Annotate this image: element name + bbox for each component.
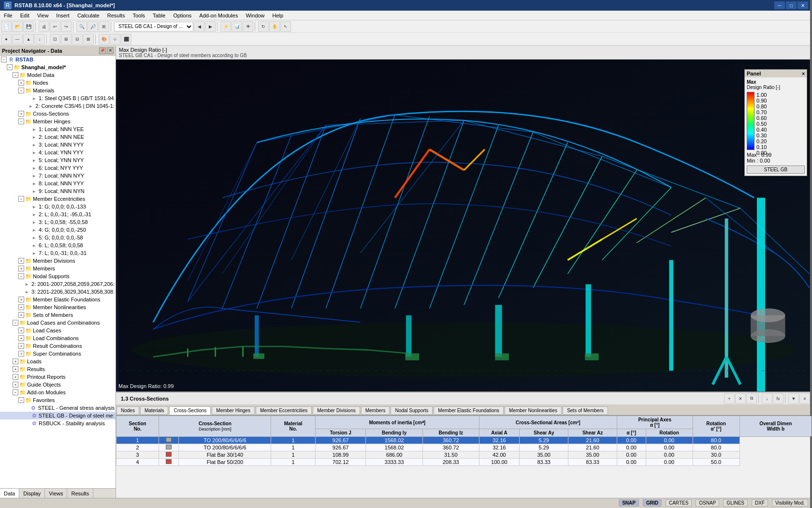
tree-item-nodal-sup[interactable]: −📁Nodal Supports	[0, 272, 116, 280]
open-file-icon[interactable]: 📂	[12, 21, 23, 32]
table-row[interactable]: 1TO 200/80/6/6/6/61926.671568.02360.7232…	[116, 437, 812, 444]
tree-item-member-hinges[interactable]: −📁Member Hinges	[0, 118, 116, 125]
tree-expand-shanghai[interactable]: −	[7, 64, 13, 70]
tree-item-guide-obj[interactable]: +📁Guide Objects	[0, 381, 116, 388]
nav-tab-views[interactable]: Views	[45, 489, 67, 498]
tree-item-shanghai[interactable]: −📁Shanghai_model*	[0, 63, 116, 71]
tree-item-rsbuck[interactable]: ⚙RSBUCK - Stability analysis	[0, 419, 116, 427]
tree-expand-results[interactable]: +	[13, 366, 18, 372]
tree-item-hinge3[interactable]: ▸3: Local; NNN YYY	[0, 141, 116, 149]
tool4-icon[interactable]: ⊠	[83, 34, 94, 45]
tree-item-mat1[interactable]: ▸1: Steel Q345 B | GB/T 1591-94	[0, 94, 116, 102]
tree-expand-loads[interactable]: +	[13, 359, 18, 364]
bottom-tab-cross-sections[interactable]: Cross-Sections	[169, 406, 211, 415]
tree-item-ecc2[interactable]: ▸2: L; 0,0,-31; -95,0,-31	[0, 210, 116, 218]
tree-item-hinge1[interactable]: ▸1: Local; NNN YEE	[0, 125, 116, 133]
status-item-dxf[interactable]: DXF	[752, 499, 768, 507]
bottom-tab-member-elastic-foundations[interactable]: Member Elastic Foundations	[434, 406, 504, 415]
tool3-icon[interactable]: ⊟	[72, 34, 83, 45]
tree-expand-super-comb[interactable]: +	[18, 351, 24, 357]
status-item-visibility-mod.[interactable]: Visibility Mod.	[772, 499, 808, 507]
bottom-tab-nodal-supports[interactable]: Nodal Supports	[391, 406, 433, 415]
tree-expand-materials[interactable]: −	[18, 88, 24, 93]
maximize-button[interactable]: □	[786, 1, 797, 9]
tree-item-results[interactable]: +📁Results	[0, 365, 116, 373]
tree-item-load-comb[interactable]: +📁Load Combinations	[0, 334, 116, 342]
tree-item-hinge7[interactable]: ▸7: Local; NNN NYY	[0, 172, 116, 179]
view3d-icon[interactable]: ⬛	[121, 34, 131, 45]
nav-close-button[interactable]: ✕	[107, 47, 114, 54]
tree-item-hinge5[interactable]: ▸5: Local; YNN NYY	[0, 156, 116, 164]
tree-item-hinge2[interactable]: ▸2: Local; NNN NEE	[0, 133, 116, 141]
tree-item-ecc4[interactable]: ▸4: G; 0,0,0; 0,0,-250	[0, 226, 116, 234]
tree-expand-result-comb[interactable]: +	[18, 343, 24, 349]
undo-icon[interactable]: ↩	[50, 21, 60, 32]
status-item-glines[interactable]: GLINES	[723, 499, 748, 507]
menu-item-tools[interactable]: Tools	[129, 11, 149, 20]
tree-item-loads[interactable]: +📁Loads	[0, 358, 116, 365]
results-icon[interactable]: 📊	[232, 21, 242, 32]
tree-item-sup2[interactable]: ▸3: 2201-2206,3029,3041,3058,308:	[0, 288, 116, 296]
tree-item-load-cases[interactable]: +📁Load Cases	[0, 327, 116, 334]
node-icon[interactable]: ●	[1, 34, 12, 45]
tree-expand-load-comb[interactable]: +	[18, 335, 24, 341]
close-button[interactable]: ✕	[798, 1, 808, 9]
pan-icon[interactable]: ✋	[269, 21, 280, 32]
tree-expand-load-cases-comb[interactable]: −	[13, 320, 18, 326]
nav-tab-display[interactable]: Display	[19, 489, 45, 498]
menu-item-add-on-modules[interactable]: Add-on Modules	[195, 11, 242, 20]
tree-item-mem-elastic[interactable]: +📁Member Elastic Foundations	[0, 296, 116, 303]
menu-item-edit[interactable]: Edit	[16, 11, 33, 20]
tree-item-super-comb[interactable]: +📁Super Combinations	[0, 350, 116, 358]
bottom-tab-materials[interactable]: Materials	[140, 406, 169, 415]
tree-expand-cross-sections[interactable]: +	[18, 111, 24, 117]
tree-item-mat2[interactable]: ▸2: Concrete C35/45 | DIN 1045-1:	[0, 102, 116, 110]
menu-item-table[interactable]: Table	[149, 11, 169, 20]
print-icon[interactable]: 🖨	[39, 21, 49, 32]
menu-item-file[interactable]: File	[0, 11, 16, 20]
wire-icon[interactable]: ⊹	[110, 34, 120, 45]
table-formula-icon[interactable]: fx	[773, 393, 783, 404]
tree-item-materials[interactable]: −📁Materials	[0, 87, 116, 94]
tree-item-load-cases-comb[interactable]: −📁Load Cases and Combinations	[0, 319, 116, 327]
tree-item-favorites[interactable]: −📁Favorites	[0, 396, 116, 404]
tree-item-model-data[interactable]: −📁Model Data	[0, 71, 116, 79]
tree-expand-model-data[interactable]: −	[13, 72, 18, 78]
tree-item-ecc1[interactable]: ▸1: G; 0,0,0; 0,0,-133	[0, 203, 116, 210]
tree-item-rstab[interactable]: −RRSTAB	[0, 56, 116, 63]
redo-icon[interactable]: ↪	[61, 21, 72, 32]
tree-item-member-ecc[interactable]: −📁Member Eccentricities	[0, 195, 116, 203]
tree-item-result-comb[interactable]: +📁Result Combinations	[0, 342, 116, 350]
render-icon[interactable]: 🎨	[99, 34, 109, 45]
tree-expand-member-hinges[interactable]: −	[18, 119, 24, 124]
tree-expand-mem-nonlin[interactable]: +	[18, 304, 24, 310]
zoom-in-icon[interactable]: 🔍	[76, 21, 87, 32]
menu-item-options[interactable]: Options	[169, 11, 195, 20]
menu-item-calculate[interactable]: Calculate	[73, 11, 103, 20]
3d-viewport[interactable]: Panel × Max Design Ratio [-] 1.000.900.8…	[116, 60, 812, 391]
tree-item-ecc6[interactable]: ▸6: L; 0,0,58; 0,0,58	[0, 241, 116, 249]
tree-expand-members[interactable]: +	[18, 266, 24, 271]
bottom-tab-member-divisions[interactable]: Member Divisions	[313, 406, 360, 415]
tree-item-steel-gb[interactable]: ⚙STEEL GB - Design of steel me:	[0, 412, 116, 419]
tool2-icon[interactable]: ⊞	[61, 34, 72, 45]
calc-icon[interactable]: ⚡	[220, 21, 231, 32]
menu-item-insert[interactable]: Insert	[52, 11, 73, 20]
design-case-dropdown[interactable]: STEEL GB CA1 - Design of ...	[114, 22, 193, 31]
tree-item-addon[interactable]: −📁Add-on Modules	[0, 388, 116, 396]
tree-expand-nodes[interactable]: +	[18, 80, 24, 86]
tree-item-members[interactable]: +📁Members	[0, 265, 116, 272]
table-insert-icon[interactable]: ↓	[762, 393, 772, 404]
table-filter-icon[interactable]: ▼	[788, 393, 799, 404]
tree-expand-mem-elastic[interactable]: +	[18, 297, 24, 302]
zoom-out-icon[interactable]: 🔎	[87, 21, 98, 32]
table-row[interactable]: 3Flat Bar 30/1401108.99686.0031.5042.003…	[116, 451, 812, 459]
tree-expand-member-ecc[interactable]: −	[18, 196, 24, 202]
data-table-container[interactable]: SectionNo. Cross-SectionDescription [mm]…	[116, 416, 812, 498]
tree-item-hinge6[interactable]: ▸6: Local; NYY YYY	[0, 164, 116, 172]
menu-item-results[interactable]: Results	[103, 11, 129, 20]
tree-expand-sets-members[interactable]: +	[18, 312, 24, 318]
panel-close-button[interactable]: ×	[802, 71, 805, 76]
member-icon[interactable]: —	[12, 34, 23, 45]
table-delete-icon[interactable]: ✕	[735, 393, 746, 404]
